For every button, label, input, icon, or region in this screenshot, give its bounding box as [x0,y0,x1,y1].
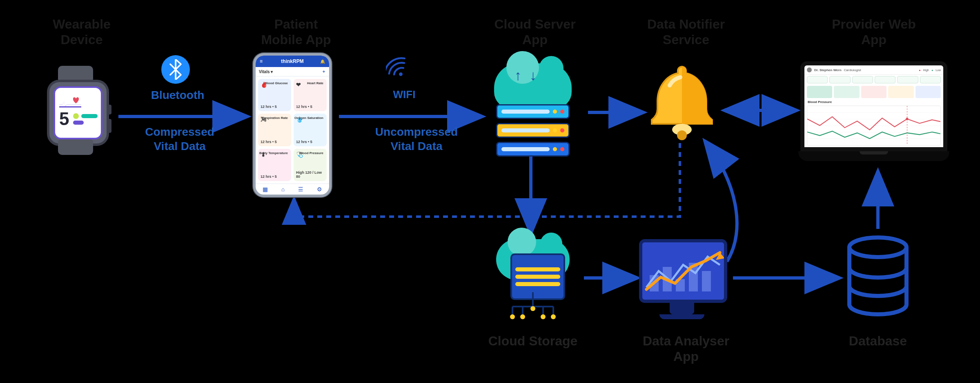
webapp-doctor-name: Dr. Stephen Wern [814,68,842,72]
connections-layer [0,0,980,383]
wearable-label: WearableDevice [45,16,118,48]
phone-subbar-left: Vitals ▾ [259,69,273,74]
webapp-label: Provider WebApp [821,16,927,48]
notifier-label: Data NotifierService [637,16,735,48]
phone-vital-tile: 💧Oxygen Saturation12 hrs • 5 [294,114,327,146]
bluetooth-icon [161,55,190,84]
phone-app-title: thinkRPM [256,56,329,67]
phone-vital-tile: 🌬Respiration Rate12 hrs • 5 [258,114,291,146]
nav-icon: ⚙ [317,186,322,193]
nav-icon: ⌂ [281,186,285,193]
database-icon [843,235,913,321]
nav-icon: ▦ [263,186,268,193]
cloud-storage-label: Cloud Storage [480,333,586,349]
svg-point-14 [520,314,525,319]
database-label: Database [837,333,919,349]
svg-point-24 [849,237,906,257]
svg-point-10 [677,130,687,140]
analyser-label: Data AnalyserApp [633,333,739,365]
wearable-device-icon: 5 [43,67,108,153]
wifi-icon [386,57,414,78]
svg-point-17 [551,314,556,319]
cloud-updown-icon: ↑↓ [514,67,537,83]
phone-add-icon: ＋ [322,69,326,74]
svg-point-8 [398,72,403,76]
cloud-server-app-icon: ↑↓ [486,63,580,145]
phone-vitals-grid: 🩸Blood Glucose12 hrs • 5❤Heart Rate12 hr… [256,76,329,184]
mobile-label: PatientMobile App [255,16,337,48]
webapp-doctor-role: Cardiologist [844,68,861,72]
nav-icon: ☰ [298,186,303,193]
cloud-storage-icon [488,235,578,325]
data-notifier-service-icon [645,59,719,141]
phone-vital-tile: 🩺Blood PressureHigh 120 / Low 80 [294,149,327,181]
edge-wifi-proto: WIFI [380,88,429,101]
watch-reading: 5 [59,110,69,128]
webapp-chart-title: Blood Pressure [804,99,943,104]
data-analyser-app-icon [639,239,725,321]
edge-bt-proto: Bluetooth [141,88,214,102]
patient-mobile-app-icon: thinkRPM Vitals ▾ ＋ 🩸Blood Glucose12 hrs… [253,53,332,197]
edge-wifi-payload: UncompressedVital Data [355,125,478,153]
svg-point-12 [906,118,908,120]
svg-point-16 [541,314,546,319]
architecture-diagram: WearableDevice PatientMobile App Cloud S… [0,0,980,383]
phone-vital-tile: 🌡Body Temperature12 hrs • 5 [258,149,291,181]
phone-vital-tile: ❤Heart Rate12 hrs • 5 [294,79,327,111]
phone-bottombar: ▦ ⌂ ☰ ⚙ [256,184,329,195]
provider-web-app-icon: Dr. Stephen Wern Cardiologist ●High ●Low… [798,61,949,164]
svg-point-13 [510,314,515,319]
webapp-chart [807,105,941,146]
cloud-server-label: Cloud ServerApp [486,16,584,48]
svg-point-15 [530,306,535,311]
svg-rect-23 [702,271,711,291]
edge-bt-payload: CompressedVital Data [122,125,237,153]
phone-vital-tile: 🩸Blood Glucose12 hrs • 5 [258,79,291,111]
